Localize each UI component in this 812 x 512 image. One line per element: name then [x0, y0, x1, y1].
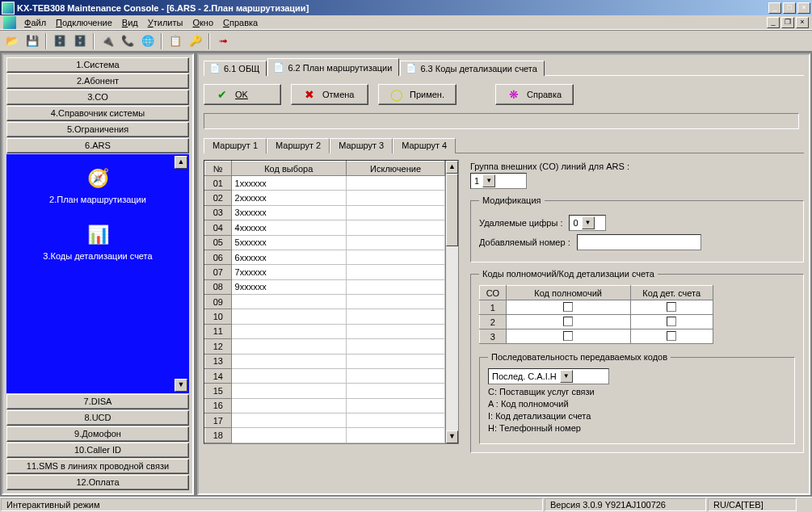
route-tab-1[interactable]: Маршрут 1	[204, 138, 267, 153]
mdi-restore-button[interactable]: ❐	[781, 17, 794, 28]
nav-callerid[interactable]: 10.Caller ID	[6, 443, 189, 458]
nav-ucd[interactable]: 8.UCD	[6, 410, 189, 426]
route-tab-3[interactable]: Маршрут 3	[330, 138, 393, 153]
nav-disa[interactable]: 7.DISA	[6, 394, 189, 409]
checkbox[interactable]	[667, 317, 676, 326]
mdi-close-button[interactable]: ×	[796, 17, 809, 28]
nav-scroll-up[interactable]: ▲	[175, 156, 187, 169]
scroll-down-icon[interactable]: ▼	[446, 430, 458, 443]
seq-a: A : Код полномочий	[488, 399, 786, 409]
table-row[interactable]: 14	[205, 368, 445, 383]
co-group-select[interactable]: 1 ▼	[470, 173, 527, 189]
menu-file[interactable]: Файл	[19, 16, 51, 29]
close-button[interactable]: ×	[797, 2, 810, 14]
table-row[interactable]: 055xxxxxx	[205, 235, 445, 250]
del-digits-select[interactable]: 0 ▼	[569, 215, 606, 231]
minimize-button[interactable]: _	[768, 2, 781, 14]
tool-conn2-icon[interactable]: 📞	[119, 32, 137, 50]
chevron-down-icon[interactable]: ▼	[582, 216, 595, 229]
table-row[interactable]: 033xxxxxx	[205, 205, 445, 220]
nav-doorphone[interactable]: 9.Домофон	[6, 426, 189, 442]
nav-pay[interactable]: 12.Оплата	[6, 475, 189, 490]
mdi-minimize-button[interactable]: _	[767, 17, 780, 28]
add-num-label: Добавляемый номер :	[479, 237, 570, 247]
tab-61[interactable]: 📄6.1 ОБЩ	[204, 61, 267, 76]
cancel-button[interactable]: ✖Отмена	[291, 84, 368, 105]
tool-db2-icon[interactable]: 🗄️	[71, 32, 89, 50]
table-row[interactable]: 044xxxxxx	[205, 220, 445, 235]
auth-table[interactable]: CO Код полномочий Код дет. счета 1 2 3	[479, 285, 713, 344]
scroll-thumb[interactable]	[446, 174, 458, 246]
table-row[interactable]: 11	[205, 324, 445, 338]
sequence-select[interactable]: Послед. C.A.I.H ▼	[488, 368, 609, 384]
col-num[interactable]: №	[205, 162, 232, 176]
nav-route-plan[interactable]: 🧭 2.План маршрутизации	[6, 166, 189, 204]
table-row[interactable]: 16	[205, 398, 445, 413]
nav-abonent[interactable]: 2.Абонент	[6, 73, 189, 89]
separator	[45, 33, 47, 49]
apply-button[interactable]: ◯Примен.	[378, 84, 456, 105]
col-code[interactable]: Код выбора	[231, 162, 346, 176]
table-row[interactable]: 066xxxxxx	[205, 250, 445, 264]
checkbox[interactable]	[563, 317, 573, 326]
table-row[interactable]: 022xxxxxx	[205, 191, 445, 205]
checkbox[interactable]	[667, 331, 676, 341]
help-button[interactable]: ❋Справка	[495, 84, 574, 105]
route-tab-4[interactable]: Маршрут 4	[393, 138, 456, 153]
ok-button[interactable]: ✔OK	[204, 84, 281, 105]
menu-view[interactable]: Вид	[117, 16, 143, 29]
chevron-down-icon[interactable]: ▼	[560, 370, 573, 383]
nav-co[interactable]: 3.CO	[6, 90, 189, 105]
tool-misc2-icon[interactable]: 🔑	[187, 32, 204, 50]
scroll-track[interactable]	[446, 246, 458, 430]
table-row[interactable]: 09	[205, 295, 445, 309]
separator	[161, 33, 162, 49]
nav-restrict[interactable]: 5.Ограничения	[6, 122, 189, 137]
tool-open-icon[interactable]: 📂	[3, 32, 21, 50]
add-num-input[interactable]	[577, 234, 701, 250]
tool-conn1-icon[interactable]: 🔌	[99, 32, 116, 50]
tool-db1-icon[interactable]: 🗄️	[51, 32, 69, 50]
menu-help[interactable]: Справка	[218, 16, 263, 29]
table-row[interactable]: 089xxxxxx	[205, 279, 445, 294]
menu-utils[interactable]: Утилиты	[143, 16, 188, 29]
scroll-up-icon[interactable]: ▲	[446, 161, 458, 174]
auth-codes-group: Коды полномочий/Код детализации счета CO…	[470, 269, 804, 453]
nav-scroll-down[interactable]: ▼	[175, 379, 187, 392]
tool-misc1-icon[interactable]: 📋	[166, 32, 184, 50]
window-title: KX-TEB308 Maintenance Console - [6.ARS -…	[17, 3, 768, 13]
modification-legend: Модификация	[479, 195, 545, 205]
nav-ars[interactable]: 6.ARS	[6, 138, 189, 153]
tool-exit-icon[interactable]: ➟	[214, 32, 232, 50]
table-row[interactable]: 15	[205, 384, 445, 398]
maximize-button[interactable]: □	[783, 2, 796, 14]
menu-window[interactable]: Окно	[187, 16, 218, 29]
table-row[interactable]: 10	[205, 309, 445, 324]
table-row[interactable]: 12	[205, 339, 445, 354]
tool-conn3-icon[interactable]: 🌐	[139, 32, 157, 50]
nav-sms[interactable]: 11.SMS в линиях проводной связи	[6, 459, 189, 474]
table-row[interactable]: 17	[205, 413, 445, 428]
menu-connect[interactable]: Подключение	[51, 16, 117, 29]
nav-dir[interactable]: 4.Справочник системы	[6, 106, 189, 121]
checkbox[interactable]	[563, 331, 573, 341]
nav-detail-codes[interactable]: 📊 3.Коды детализации счета	[6, 222, 189, 261]
table-scrollbar[interactable]: ▲ ▼	[445, 161, 458, 443]
chevron-down-icon[interactable]: ▼	[482, 174, 495, 187]
action-buttons: ✔OK ✖Отмена ◯Примен. ❋Справка	[204, 84, 804, 105]
table-row[interactable]: 011xxxxxx	[205, 176, 445, 191]
tab-62[interactable]: 📄6.2 План маршрутизации	[267, 58, 399, 76]
tool-save-icon[interactable]: 💾	[23, 32, 41, 50]
checkbox[interactable]	[563, 302, 573, 312]
table-row[interactable]: 18	[205, 428, 445, 443]
col-exc[interactable]: Исключение	[346, 162, 444, 176]
route-tab-2[interactable]: Маршрут 2	[267, 138, 330, 153]
table-row[interactable]: 13	[205, 354, 445, 368]
nav-system[interactable]: 1.Система	[6, 57, 189, 73]
table-row[interactable]: 077xxxxxx	[205, 265, 445, 279]
app-small-icon	[3, 16, 16, 29]
checkbox[interactable]	[667, 302, 676, 312]
tab-63[interactable]: 📄6.3 Коды детализации счета	[400, 61, 544, 76]
auth-codes-legend: Коды полномочий/Код детализации счета	[479, 269, 658, 279]
route-table[interactable]: № Код выбора Исключение 011xxxxxx022xxxx…	[204, 161, 445, 443]
